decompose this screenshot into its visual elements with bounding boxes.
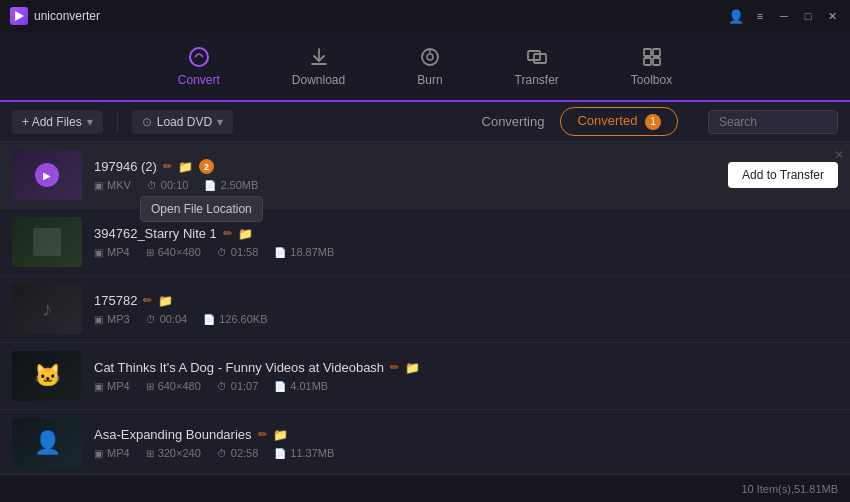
size-meta: 📄 126.60KB bbox=[203, 313, 267, 325]
transfer-icon bbox=[525, 45, 549, 69]
table-row: ▶ 197946 (2) ✏ 📁 2 ▣ MKV ⏱ 00:10 📄 bbox=[0, 142, 850, 209]
edit-icon[interactable]: ✏ bbox=[223, 227, 232, 240]
dvd-icon: ⊙ bbox=[142, 115, 152, 129]
add-files-button[interactable]: + Add Files ▾ bbox=[12, 110, 103, 134]
duration-meta: ⏱ 01:58 bbox=[217, 246, 259, 258]
file-name: Asa-Expanding Boundaries ✏ 📁 bbox=[94, 427, 838, 442]
folder-icon[interactable]: 📁 bbox=[178, 160, 193, 174]
music-note-icon: ♪ bbox=[42, 298, 52, 321]
add-files-label: + Add Files bbox=[22, 115, 82, 129]
resolution-meta: ⊞ 640×480 bbox=[146, 246, 201, 258]
table-row: 🐱 Cat Thinks It's A Dog - Funny Videos a… bbox=[0, 343, 850, 410]
format-meta: ▣ MP4 bbox=[94, 380, 130, 392]
window-controls: 👤 ≡ ─ □ ✕ bbox=[728, 8, 840, 24]
tab-convert-label: Convert bbox=[178, 73, 220, 87]
file-info: 197946 (2) ✏ 📁 2 ▣ MKV ⏱ 00:10 📄 2.50MB bbox=[94, 159, 716, 191]
load-dvd-label: Load DVD bbox=[157, 115, 212, 129]
edit-icon[interactable]: ✏ bbox=[258, 428, 267, 441]
tab-burn-label: Burn bbox=[417, 73, 442, 87]
format-icon: ▣ bbox=[94, 448, 103, 459]
tab-transfer-label: Transfer bbox=[515, 73, 559, 87]
file-meta: ▣ MKV ⏱ 00:10 📄 2.50MB bbox=[94, 179, 716, 191]
svg-marker-0 bbox=[15, 11, 24, 21]
pill-converting[interactable]: Converting bbox=[466, 109, 561, 134]
table-row: ♪ 175782 ✏ 📁 ▣ MP3 ⏱ 00:04 📄 12 bbox=[0, 276, 850, 343]
tab-download[interactable]: Download bbox=[276, 37, 361, 95]
svg-rect-9 bbox=[644, 58, 651, 65]
duration-meta: ⏱ 02:58 bbox=[217, 447, 259, 459]
file-size-icon: 📄 bbox=[274, 448, 286, 459]
clock-icon: ⏱ bbox=[217, 381, 227, 392]
file-thumbnail: ▶ bbox=[12, 150, 82, 200]
size-meta: 📄 4.01MB bbox=[274, 380, 328, 392]
thumb-inner: ♪ bbox=[12, 284, 82, 334]
size-meta: 📄 2.50MB bbox=[204, 179, 258, 191]
file-actions: Add to Transfer bbox=[728, 162, 838, 188]
duration-meta: ⏱ 01:07 bbox=[217, 380, 259, 392]
folder-icon[interactable]: 📁 bbox=[238, 227, 253, 241]
file-badge: 2 bbox=[199, 159, 214, 174]
file-size-icon: 📄 bbox=[204, 180, 216, 191]
svg-point-3 bbox=[427, 54, 433, 60]
resolution-meta: ⊞ 320×240 bbox=[146, 447, 201, 459]
file-thumbnail: ♪ bbox=[12, 284, 82, 334]
toolbox-icon bbox=[640, 45, 664, 69]
clock-icon: ⏱ bbox=[147, 180, 157, 191]
file-info: Asa-Expanding Boundaries ✏ 📁 ▣ MP4 ⊞ 320… bbox=[94, 427, 838, 459]
file-meta: ▣ MP4 ⊞ 640×480 ⏱ 01:07 📄 4.01MB bbox=[94, 380, 838, 392]
clock-icon: ⏱ bbox=[217, 247, 227, 258]
edit-icon[interactable]: ✏ bbox=[390, 361, 399, 374]
dropdown-arrow-icon: ▾ bbox=[87, 115, 93, 129]
statusbar: 10 Item(s),51.81MB bbox=[0, 474, 850, 502]
folder-icon[interactable]: 📁 bbox=[158, 294, 173, 308]
titlebar: uniconverter 👤 ≡ ─ □ ✕ bbox=[0, 0, 850, 32]
file-meta: ▣ MP4 ⊞ 640×480 ⏱ 01:58 📄 18.87MB bbox=[94, 246, 838, 258]
tab-download-label: Download bbox=[292, 73, 345, 87]
file-thumbnail: 👤 bbox=[12, 418, 82, 468]
close-icon[interactable]: ✕ bbox=[824, 8, 840, 24]
edit-icon[interactable]: ✏ bbox=[163, 160, 172, 173]
user-icon[interactable]: 👤 bbox=[728, 8, 744, 24]
file-list: ▶ 197946 (2) ✏ 📁 2 ▣ MKV ⏱ 00:10 📄 bbox=[0, 142, 850, 474]
file-thumbnail: 🐱 bbox=[12, 351, 82, 401]
load-dvd-button[interactable]: ⊙ Load DVD ▾ bbox=[132, 110, 233, 134]
file-info: Cat Thinks It's A Dog - Funny Videos at … bbox=[94, 360, 838, 392]
tab-burn[interactable]: Burn bbox=[401, 37, 458, 95]
menu-icon[interactable]: ≡ bbox=[752, 8, 768, 24]
edit-icon[interactable]: ✏ bbox=[143, 294, 152, 307]
close-row-button[interactable]: ✕ bbox=[834, 148, 844, 162]
size-meta: 📄 11.37MB bbox=[274, 447, 334, 459]
folder-icon[interactable]: 📁 bbox=[273, 428, 288, 442]
size-meta: 📄 18.87MB bbox=[274, 246, 334, 258]
file-name: Cat Thinks It's A Dog - Funny Videos at … bbox=[94, 360, 838, 375]
clock-icon: ⏱ bbox=[217, 448, 227, 459]
resolution-meta: ⊞ 640×480 bbox=[146, 380, 201, 392]
convert-icon bbox=[187, 45, 211, 69]
file-name: 394762_Starry Nite 1 ✏ 📁 bbox=[94, 226, 838, 241]
search-input[interactable] bbox=[708, 110, 838, 134]
pill-converted[interactable]: Converted 1 bbox=[560, 107, 678, 136]
file-size-icon: 📄 bbox=[203, 314, 215, 325]
converted-badge: 1 bbox=[645, 114, 661, 130]
play-icon[interactable]: ▶ bbox=[35, 163, 59, 187]
res-icon: ⊞ bbox=[146, 381, 154, 392]
tab-toolbox[interactable]: Toolbox bbox=[615, 37, 688, 95]
format-meta: ▣ MP4 bbox=[94, 447, 130, 459]
toolbar: + Add Files ▾ ⊙ Load DVD ▾ Converting Co… bbox=[0, 102, 850, 142]
dvd-dropdown-icon: ▾ bbox=[217, 115, 223, 129]
file-info: 175782 ✏ 📁 ▣ MP3 ⏱ 00:04 📄 126.60KB bbox=[94, 293, 838, 325]
svg-point-1 bbox=[190, 48, 208, 66]
clock-icon: ⏱ bbox=[146, 314, 156, 325]
minimize-icon[interactable]: ─ bbox=[776, 8, 792, 24]
nav-bar: Convert Download Burn Transfer Toolbox bbox=[0, 32, 850, 102]
file-size-icon: 📄 bbox=[274, 247, 286, 258]
tab-convert[interactable]: Convert bbox=[162, 37, 236, 95]
file-info: 394762_Starry Nite 1 ✏ 📁 ▣ MP4 ⊞ 640×480… bbox=[94, 226, 838, 258]
add-to-transfer-button[interactable]: Add to Transfer bbox=[728, 162, 838, 188]
maximize-icon[interactable]: □ bbox=[800, 8, 816, 24]
format-icon: ▣ bbox=[94, 180, 103, 191]
tab-transfer[interactable]: Transfer bbox=[499, 37, 575, 95]
format-icon: ▣ bbox=[94, 381, 103, 392]
folder-icon[interactable]: 📁 bbox=[405, 361, 420, 375]
file-meta: ▣ MP4 ⊞ 320×240 ⏱ 02:58 📄 11.37MB bbox=[94, 447, 838, 459]
